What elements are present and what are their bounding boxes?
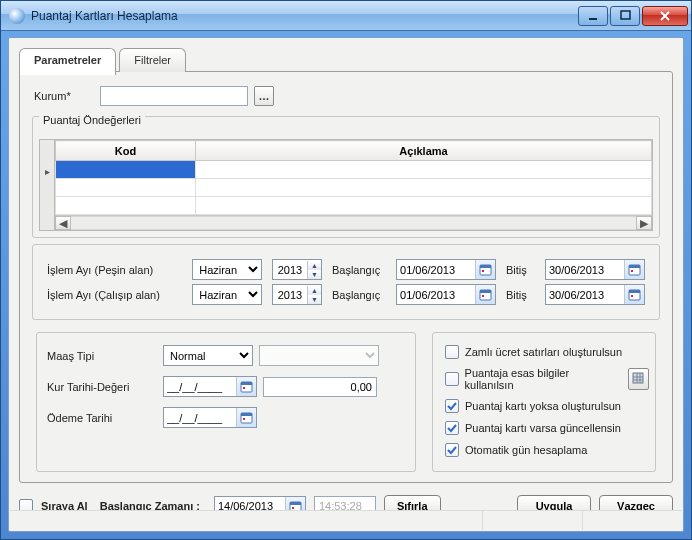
kur-date[interactable] xyxy=(163,376,257,397)
start-date-pesin[interactable] xyxy=(396,259,496,280)
grid-row-marker[interactable]: ▸ xyxy=(39,139,55,231)
kurum-input[interactable] xyxy=(100,86,248,106)
year-input-pesin[interactable] xyxy=(273,261,307,279)
svg-rect-0 xyxy=(589,18,597,20)
period-pesin-label: İşlem Ayı (Peşin alan) xyxy=(47,264,182,276)
opt3-label: Puantaj kartı yoksa oluşturulsun xyxy=(465,400,621,412)
checkbox-opt5[interactable] xyxy=(445,443,459,457)
svg-rect-12 xyxy=(629,290,640,293)
svg-rect-20 xyxy=(633,373,643,383)
start-label: Başlangıç xyxy=(332,289,386,301)
end-date-calisip[interactable] xyxy=(545,284,645,305)
checkbox-opt1[interactable] xyxy=(445,345,459,359)
options-group: Zamlı ücret satırları oluşturulsun Puant… xyxy=(432,332,656,472)
svg-rect-23 xyxy=(292,507,294,509)
start-date-input[interactable] xyxy=(397,286,475,304)
spin-up-icon[interactable]: ▲ xyxy=(307,286,321,295)
salary-group: Maaş Tipi Normal Kur Tarihi-Değeri xyxy=(36,332,416,472)
col-header-kod[interactable]: Kod xyxy=(56,141,196,161)
svg-rect-6 xyxy=(629,265,640,268)
checkbox-opt4[interactable] xyxy=(445,421,459,435)
app-icon xyxy=(9,8,25,24)
kur-value-input[interactable] xyxy=(263,377,377,397)
grid-icon xyxy=(632,372,644,386)
opt2-details-button[interactable] xyxy=(628,368,649,390)
year-spinner-pesin[interactable]: ▲ ▼ xyxy=(272,259,322,280)
calendar-icon[interactable] xyxy=(624,285,644,304)
year-input-calisip[interactable] xyxy=(273,286,307,304)
start-date-calisip[interactable] xyxy=(396,284,496,305)
start-date-input[interactable] xyxy=(397,261,475,279)
svg-rect-1 xyxy=(621,11,630,19)
svg-rect-9 xyxy=(480,290,491,293)
app-window: Puantaj Kartları Hesaplama Parametreler … xyxy=(0,0,692,540)
kur-date-input[interactable] xyxy=(164,378,236,396)
spin-up-icon[interactable]: ▲ xyxy=(307,261,321,270)
tab-strip: Parametreler Filtreler xyxy=(19,44,673,72)
spin-down-icon[interactable]: ▼ xyxy=(307,270,321,279)
defaults-legend: Puantaj Öndeğerleri xyxy=(39,114,145,126)
month-select-calisip[interactable]: Haziran xyxy=(192,284,262,305)
svg-rect-19 xyxy=(243,418,245,420)
titlebar[interactable]: Puantaj Kartları Hesaplama xyxy=(1,1,691,31)
calendar-icon[interactable] xyxy=(236,377,256,396)
start-label: Başlangıç xyxy=(332,264,386,276)
maas-tipi-select-2 xyxy=(259,345,379,366)
kurum-browse-button[interactable]: … xyxy=(254,86,274,106)
col-header-aciklama[interactable]: Açıklama xyxy=(196,141,652,161)
opt4-label: Puantaj kartı varsa güncellensin xyxy=(465,422,621,434)
table-row[interactable] xyxy=(56,179,652,197)
calendar-icon[interactable] xyxy=(475,260,495,279)
close-button[interactable] xyxy=(642,6,688,26)
scroll-left-icon[interactable]: ◀ xyxy=(55,216,71,230)
checkbox-opt2[interactable] xyxy=(445,372,459,386)
svg-rect-3 xyxy=(480,265,491,268)
end-label: Bitiş xyxy=(506,264,535,276)
client-area: Parametreler Filtreler Kurum* … Puantaj … xyxy=(8,37,684,532)
month-select-pesin[interactable]: Haziran xyxy=(192,259,262,280)
end-date-pesin[interactable] xyxy=(545,259,645,280)
end-date-input[interactable] xyxy=(546,261,624,279)
checkbox-opt3[interactable] xyxy=(445,399,459,413)
calendar-icon[interactable] xyxy=(624,260,644,279)
tab-filtreler[interactable]: Filtreler xyxy=(119,48,186,72)
period-calisip-label: İşlem Ayı (Çalışıp alan) xyxy=(47,289,182,301)
opt5-label: Otomatik gün hesaplama xyxy=(465,444,587,456)
svg-rect-18 xyxy=(241,413,252,416)
maximize-button[interactable] xyxy=(610,6,640,26)
odeme-date-input[interactable] xyxy=(164,409,236,427)
minimize-button[interactable] xyxy=(578,6,608,26)
odeme-date[interactable] xyxy=(163,407,257,428)
defaults-grid[interactable]: Kod Açıklama ◀ ▶ xyxy=(55,139,653,231)
year-spinner-calisip[interactable]: ▲ ▼ xyxy=(272,284,322,305)
defaults-group: Puantaj Öndeğerleri ▸ Kod Açıklama xyxy=(32,116,660,238)
maas-tipi-label: Maaş Tipi xyxy=(47,350,157,362)
svg-rect-22 xyxy=(290,502,301,505)
grid-scrollbar[interactable]: ◀ ▶ xyxy=(55,215,652,230)
tab-parametreler[interactable]: Parametreler xyxy=(19,48,116,75)
svg-rect-16 xyxy=(243,387,245,389)
table-row[interactable] xyxy=(56,197,652,215)
status-bar xyxy=(10,510,682,530)
period-group: İşlem Ayı (Peşin alan) Haziran ▲ ▼ Başla… xyxy=(32,244,660,320)
window-title: Puantaj Kartları Hesaplama xyxy=(31,9,578,23)
tab-panel-parametreler: Kurum* … Puantaj Öndeğerleri ▸ Kod xyxy=(19,71,673,483)
scroll-right-icon[interactable]: ▶ xyxy=(636,216,652,230)
maas-tipi-select[interactable]: Normal xyxy=(163,345,253,366)
opt1-label: Zamlı ücret satırları oluşturulsun xyxy=(465,346,622,358)
kurum-label: Kurum* xyxy=(34,90,94,102)
odeme-label: Ödeme Tarihi xyxy=(47,412,157,424)
svg-rect-4 xyxy=(482,270,484,272)
end-label: Bitiş xyxy=(506,289,535,301)
svg-rect-10 xyxy=(482,295,484,297)
svg-rect-13 xyxy=(631,295,633,297)
opt2-label: Puantaja esas bilgiler kullanılsın xyxy=(465,367,616,391)
kur-label: Kur Tarihi-Değeri xyxy=(47,381,157,393)
table-row[interactable] xyxy=(56,161,652,179)
svg-rect-7 xyxy=(631,270,633,272)
spin-down-icon[interactable]: ▼ xyxy=(307,295,321,304)
end-date-input[interactable] xyxy=(546,286,624,304)
calendar-icon[interactable] xyxy=(475,285,495,304)
calendar-icon[interactable] xyxy=(236,408,256,427)
svg-rect-15 xyxy=(241,382,252,385)
